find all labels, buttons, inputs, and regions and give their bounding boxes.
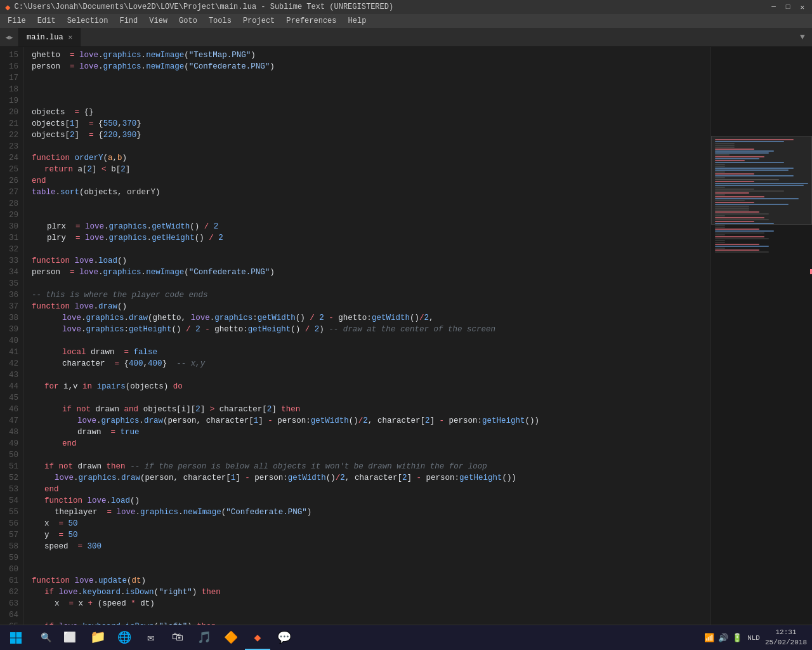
code-line-18: [32, 84, 710, 95]
code-line-32: [32, 244, 710, 255]
taskbar-groove[interactable]: 🎵: [192, 626, 217, 650]
taskbar-edge[interactable]: 🌐: [112, 626, 137, 650]
line-num-28: 28: [3, 198, 18, 209]
minimize-button[interactable]: ─: [769, 3, 778, 11]
code-line-45: [32, 392, 710, 404]
task-view-button[interactable]: ⬜: [57, 626, 82, 650]
line-num-52: 52: [3, 472, 18, 484]
taskbar-discord[interactable]: 💬: [272, 626, 297, 650]
sublime-icon: ◆: [254, 630, 261, 644]
clock[interactable]: 12:31 25/02/2018: [765, 628, 807, 647]
line-num-30: 30: [3, 221, 18, 232]
tab-close-button[interactable]: ✕: [69, 33, 73, 41]
code-line-25: return a[2] < b[2]: [32, 164, 710, 175]
line-num-33: 33: [3, 255, 18, 267]
app-icon: ◆: [5, 2, 10, 13]
menu-goto[interactable]: Goto: [174, 15, 202, 27]
menu-find[interactable]: Find: [114, 15, 143, 27]
tab-label: main.lua: [27, 33, 63, 42]
menu-tools[interactable]: Tools: [204, 15, 237, 27]
minimap[interactable]: [710, 47, 812, 636]
network-icon[interactable]: 📶: [704, 633, 714, 643]
line-num-37: 37: [3, 301, 18, 312]
line-num-41: 41: [3, 347, 18, 358]
mail-icon: ✉: [148, 630, 155, 644]
line-num-31: 31: [3, 232, 18, 244]
code-editor[interactable]: ghetto = love.graphics.newImage("TestMap…: [24, 47, 710, 636]
maximize-button[interactable]: □: [783, 3, 793, 11]
line-num-51: 51: [3, 461, 18, 472]
code-line-26: end: [32, 175, 710, 187]
code-line-19: [32, 95, 710, 107]
menu-file[interactable]: File: [3, 15, 31, 27]
close-button[interactable]: ✕: [797, 3, 807, 11]
code-line-35: [32, 278, 710, 289]
taskbar-mail[interactable]: ✉: [138, 626, 164, 650]
menu-bar: File Edit Selection Find View Goto Tools…: [0, 14, 812, 28]
line-num-50: 50: [3, 449, 18, 461]
title-controls[interactable]: ─ □ ✕: [769, 3, 807, 11]
code-line-41: local drawn = false: [32, 347, 710, 358]
start-button[interactable]: [0, 625, 32, 651]
taskbar-store[interactable]: 🛍: [165, 626, 190, 650]
line-num-26: 26: [3, 175, 18, 187]
code-line-49: end: [32, 438, 710, 449]
code-line-47: love.graphics.draw(person, character[1] …: [32, 415, 710, 427]
menu-selection[interactable]: Selection: [62, 15, 114, 27]
code-line-59: [32, 552, 710, 564]
code-line-53: end: [32, 484, 710, 495]
tab-main-lua[interactable]: main.lua ✕: [19, 28, 81, 46]
store-icon: 🛍: [172, 630, 183, 644]
menu-edit[interactable]: Edit: [32, 15, 61, 27]
code-line-33: function love.load(): [32, 255, 710, 267]
volume-icon[interactable]: 🔊: [718, 633, 728, 643]
taskbar-explorer[interactable]: 📁: [85, 626, 110, 650]
code-line-15: ghetto = love.graphics.newImage("TestMap…: [32, 50, 710, 61]
menu-preferences[interactable]: Preferences: [281, 15, 341, 27]
code-line-16: person = love.graphics.newImage("Confede…: [32, 61, 710, 72]
language-indicator[interactable]: NLD: [747, 634, 760, 642]
svg-rect-1: [16, 632, 22, 638]
code-line-22: objects[2] = {220,390}: [32, 129, 710, 141]
line-num-20: 20: [3, 107, 18, 118]
menu-help[interactable]: Help: [343, 15, 372, 27]
line-num-23: 23: [3, 141, 18, 152]
code-line-40: [32, 335, 710, 347]
code-line-57: y = 50: [32, 529, 710, 541]
code-line-55: theplayer = love.graphics.newImage("Conf…: [32, 507, 710, 518]
line-num-40: 40: [3, 335, 18, 347]
menu-project[interactable]: Project: [238, 15, 280, 27]
task-view-icon: ⬜: [63, 631, 76, 644]
taskbar: 🔍 ⬜ 📁 🌐 ✉ 🛍 🎵 🔶 ◆ 💬 📶 🔊: [0, 625, 812, 650]
clock-date: 25/02/2018: [765, 638, 807, 647]
tab-dropdown[interactable]: ▼: [793, 28, 812, 46]
line-num-64: 64: [3, 609, 18, 621]
edge-icon: 🌐: [117, 630, 131, 644]
taskbar-sublime[interactable]: ◆: [245, 626, 270, 650]
line-num-18: 18: [3, 84, 18, 95]
line-num-63: 63: [3, 598, 18, 609]
code-line-56: x = 50: [32, 518, 710, 529]
code-line-20: objects = {}: [32, 107, 710, 118]
system-tray: 📶 🔊 🔋 NLD 12:31 25/02/2018: [699, 628, 812, 647]
battery-icon[interactable]: 🔋: [732, 633, 742, 643]
search-button[interactable]: 🔍: [34, 629, 57, 647]
code-line-39: love.graphics:getHeight() / 2 - ghetto:g…: [32, 324, 710, 335]
explorer-icon: 📁: [90, 629, 106, 645]
line-num-49: 49: [3, 438, 18, 449]
sidebar-toggle[interactable]: ◀▶: [0, 28, 19, 46]
code-line-64: [32, 609, 710, 621]
line-num-59: 59: [3, 552, 18, 564]
code-line-28: [32, 198, 710, 209]
menu-view[interactable]: View: [144, 15, 173, 27]
line-num-62: 62: [3, 587, 18, 598]
line-num-17: 17: [3, 72, 18, 84]
code-line-21: objects[1] = {550,370}: [32, 118, 710, 129]
line-num-24: 24: [3, 152, 18, 164]
code-line-48: drawn = true: [32, 427, 710, 438]
window-title: C:\Users\Jonah\Documents\Love2D\LOVE\Pro…: [14, 3, 393, 11]
code-line-62: if love.keyboard.isDown("right") then: [32, 587, 710, 598]
taskbar-chrome[interactable]: 🔶: [218, 626, 244, 650]
line-num-60: 60: [3, 564, 18, 575]
code-line-36: -- this is where the player code ends: [32, 289, 710, 301]
